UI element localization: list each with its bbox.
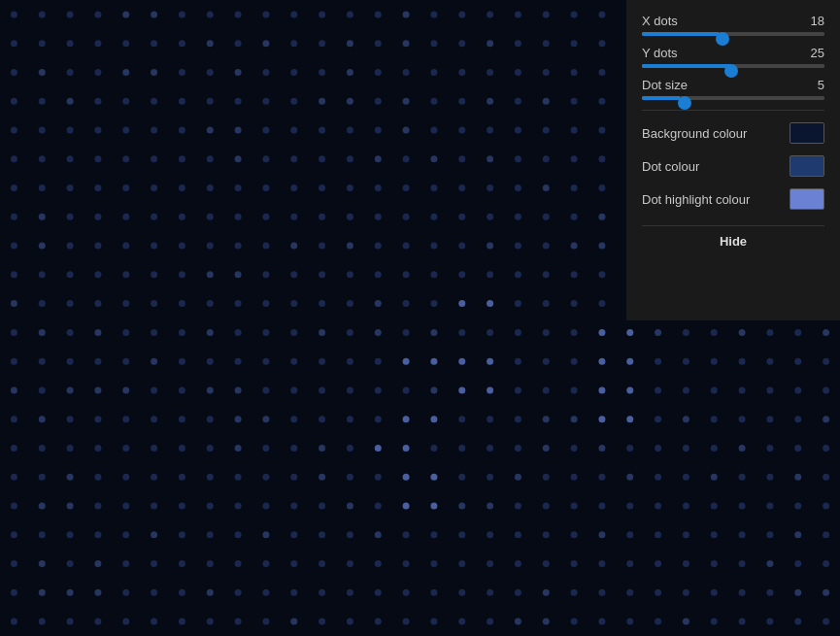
y-dots-label: Y dots	[642, 46, 678, 60]
hide-button[interactable]: Hide	[642, 225, 824, 256]
dot-highlight-colour-row: Dot highlight colour	[642, 188, 824, 210]
y-dots-value: 25	[811, 46, 824, 60]
control-panel: X dots 18 Y dots 25 Dot size 5 Backgroun…	[626, 0, 840, 320]
dot-colour-row: Dot colour	[642, 155, 824, 177]
dot-size-slider[interactable]	[642, 96, 824, 100]
dot-size-control: Dot size 5	[642, 78, 824, 100]
x-dots-value: 18	[811, 14, 824, 28]
x-dots-slider[interactable]	[642, 32, 824, 36]
dot-highlight-colour-label: Dot highlight colour	[642, 192, 750, 207]
divider-1	[642, 110, 824, 111]
y-dots-slider[interactable]	[642, 64, 824, 68]
background-colour-row: Background colour	[642, 122, 824, 144]
background-colour-swatch[interactable]	[790, 122, 824, 144]
background-colour-label: Background colour	[642, 126, 747, 141]
dot-colour-swatch[interactable]	[790, 155, 824, 177]
x-dots-label: X dots	[642, 14, 678, 28]
y-dots-control: Y dots 25	[642, 46, 824, 68]
dot-size-value: 5	[818, 78, 824, 92]
x-dots-control: X dots 18	[642, 14, 824, 36]
dot-highlight-colour-swatch[interactable]	[790, 188, 824, 210]
dot-colour-label: Dot colour	[642, 159, 699, 174]
dot-size-label: Dot size	[642, 78, 688, 92]
